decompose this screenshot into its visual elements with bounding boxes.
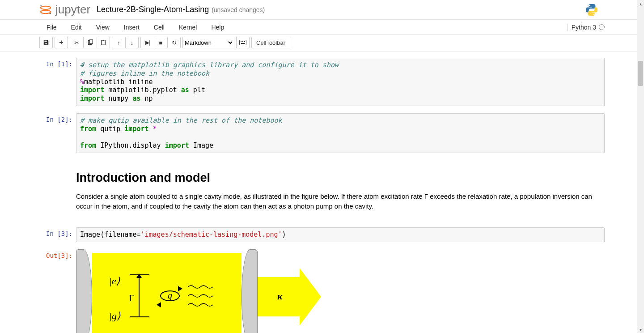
pump-arrow-icon: [139, 274, 140, 317]
kernel-indicator: Python 3: [568, 24, 605, 31]
stop-button[interactable]: ■: [154, 37, 167, 48]
svg-point-5: [589, 4, 590, 5]
copy-button[interactable]: [83, 37, 97, 48]
photon-wave-icon: [188, 294, 213, 298]
g-arrow-left-icon: [157, 302, 161, 307]
paste-button[interactable]: [97, 37, 110, 48]
svg-point-0: [41, 6, 51, 9]
ket-g-label: |g⟩: [109, 310, 121, 322]
code-input[interactable]: Image(filename='images/schematic-lasing-…: [76, 227, 605, 242]
notebook-name[interactable]: Lecture-2B-Single-Atom-Lasing: [97, 5, 209, 14]
move-down-button[interactable]: ↓: [125, 37, 139, 48]
gamma-label: Γ: [129, 292, 135, 304]
save-button[interactable]: [39, 37, 53, 48]
energy-level-g: [130, 316, 149, 317]
md-paragraph: Consider a single atom coupled to a sing…: [76, 192, 605, 212]
notebook-container: In [1]: # setup the matplotlib graphics …: [0, 51, 644, 333]
svg-point-1: [41, 10, 51, 13]
plus-icon: +: [59, 38, 63, 47]
svg-point-6: [593, 13, 594, 14]
kappa-label: κ: [277, 290, 283, 302]
markdown-cell[interactable]: Introduction and model Consider a single…: [39, 160, 605, 220]
scrollbar-thumb[interactable]: [638, 61, 643, 86]
input-prompt: In [2]:: [39, 113, 76, 123]
kernel-idle-icon: [599, 24, 605, 30]
menu-edit[interactable]: Edit: [64, 20, 89, 34]
kernel-name: Python 3: [572, 24, 596, 31]
photon-wave-icon: [188, 303, 213, 307]
svg-point-3: [50, 13, 51, 14]
svg-rect-13: [242, 41, 243, 42]
output-image-schematic: |e⟩ |g⟩ Γ g κ: [76, 249, 321, 333]
menubar: File Edit View Insert Cell Kernel Help P…: [0, 20, 644, 35]
python-logo-icon: [585, 3, 598, 17]
toolbar: + ✂ ↑ ↓ ▶| ■: [0, 35, 644, 51]
restart-button[interactable]: ↻: [167, 37, 181, 48]
input-prompt: In [3]:: [39, 227, 76, 237]
arrow-down-icon: ↓: [131, 39, 134, 46]
menu-kernel[interactable]: Kernel: [172, 20, 204, 34]
svg-rect-10: [102, 40, 104, 41]
menu-file[interactable]: File: [39, 20, 64, 34]
mirror-left: [76, 249, 92, 333]
celltoolbar-button[interactable]: CellToolbar: [251, 37, 290, 48]
code-input[interactable]: # make qutip available in the rest of th…: [76, 113, 605, 153]
keyboard-icon: [239, 40, 246, 45]
brand-text: jupyter: [55, 3, 90, 17]
cut-button[interactable]: ✂: [70, 37, 83, 48]
svg-rect-12: [241, 41, 242, 42]
add-cell-button[interactable]: +: [55, 37, 68, 48]
run-button[interactable]: ▶|: [140, 37, 154, 48]
code-input[interactable]: # setup the matplotlib graphics library …: [76, 58, 605, 106]
cut-icon: ✂: [74, 39, 79, 46]
svg-rect-15: [241, 43, 245, 44]
save-icon: [43, 39, 49, 46]
photon-wave-icon: [188, 285, 213, 289]
menu-cell[interactable]: Cell: [147, 20, 172, 34]
menu-help[interactable]: Help: [204, 20, 231, 34]
svg-point-4: [41, 13, 42, 14]
restart-icon: ↻: [172, 39, 177, 46]
scroll-up-icon[interactable]: ▴: [637, 0, 644, 7]
code-cell[interactable]: In [1]: # setup the matplotlib graphics …: [39, 58, 605, 106]
command-palette-button[interactable]: [236, 37, 250, 48]
stop-icon: ■: [159, 39, 163, 46]
input-prompt: In [1]:: [39, 58, 76, 68]
svg-point-2: [40, 5, 42, 6]
empty-prompt: [39, 160, 76, 163]
scroll-down-icon[interactable]: ▾: [637, 326, 644, 333]
code-cell[interactable]: In [2]: # make qutip available in the re…: [39, 113, 605, 153]
svg-rect-14: [244, 41, 245, 42]
celltype-select[interactable]: Code Markdown Raw NBConvert Heading: [182, 37, 234, 48]
md-heading: Introduction and model: [76, 171, 605, 185]
code-cell[interactable]: In [3]: Image(filename='images/schematic…: [39, 227, 605, 242]
notebook-header: jupyter Lecture-2B-Single-Atom-Lasing (u…: [0, 0, 644, 20]
menu-insert[interactable]: Insert: [117, 20, 147, 34]
ket-e-label: |e⟩: [109, 275, 120, 287]
output-prompt: Out[3]:: [39, 249, 76, 259]
g-arrow-right-icon: [178, 286, 182, 291]
brand[interactable]: jupyter: [4, 3, 90, 17]
paste-icon: [100, 39, 106, 46]
save-status: (unsaved changes): [212, 6, 265, 13]
svg-rect-8: [89, 40, 93, 44]
menu-view[interactable]: View: [89, 20, 117, 34]
step-forward-icon: ▶|: [145, 39, 149, 46]
mirror-right: [242, 249, 258, 333]
output-cell: Out[3]: |e⟩ |g⟩ Γ g: [39, 249, 605, 333]
output-beam-arrow-icon: [300, 268, 321, 325]
move-up-button[interactable]: ↑: [112, 37, 125, 48]
coupling-g-label: g: [160, 290, 180, 301]
copy-icon: [87, 39, 93, 46]
svg-rect-11: [240, 40, 246, 45]
arrow-up-icon: ↑: [117, 39, 120, 46]
jupyter-logo-icon: [39, 4, 52, 15]
vertical-scrollbar[interactable]: ▴ ▾: [637, 0, 644, 333]
